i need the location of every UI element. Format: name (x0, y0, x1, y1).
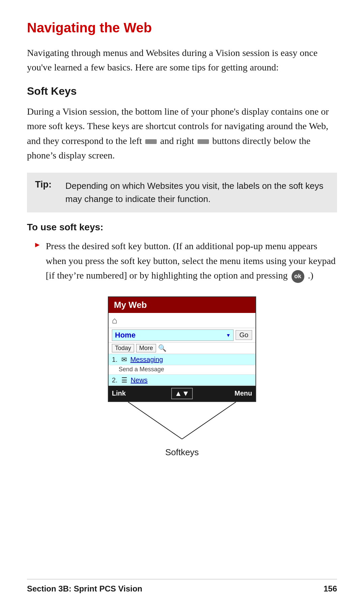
item-number-2: 2. (112, 376, 118, 384)
intro-paragraph: Navigating through menus and Websites du… (27, 46, 337, 75)
news-icon: ☰ (121, 376, 127, 384)
address-text: Home (115, 331, 224, 340)
svg-line-1 (182, 402, 236, 439)
left-softkey-icon (145, 139, 157, 144)
home-icon: ⌂ (112, 315, 117, 325)
phone-screen-illustration: My Web ⌂ Home ▼ Go Today More 🔍 1. ✉ Mes… (27, 296, 337, 458)
tip-box: Tip: Depending on which Websites you vis… (27, 173, 337, 212)
phone-address-bar: Home ▼ Go (109, 328, 255, 343)
tip-label: Tip: (35, 179, 59, 190)
phone-softkey-bar: Link ▲▼ Menu (109, 386, 255, 401)
news-label: News (131, 376, 148, 384)
list-item-messaging: 1. ✉ Messaging (109, 354, 255, 365)
messaging-label: Messaging (130, 356, 163, 363)
procedure-heading: To use soft keys: (27, 222, 337, 233)
phone-toolbar: ⌂ (109, 313, 255, 328)
go-button: Go (236, 330, 252, 340)
tip-text: Depending on which Websites you visit, t… (65, 179, 329, 206)
page-title: Navigating the Web (27, 20, 337, 35)
phone-screen: My Web ⌂ Home ▼ Go Today More 🔍 1. ✉ Mes… (108, 296, 256, 402)
item-number-1: 1. (112, 356, 118, 363)
footer-page-number: 156 (324, 584, 337, 594)
page-footer: Section 3B: Sprint PCS Vision 156 (27, 579, 337, 594)
list-item-news: 2. ☰ News (109, 375, 255, 386)
diagram-lines (108, 402, 256, 446)
phone-address-input: Home ▼ (112, 329, 234, 341)
phone-title-bar: My Web (109, 297, 255, 313)
ok-button-icon: ok (292, 270, 304, 283)
svg-line-0 (128, 402, 182, 439)
dropdown-arrow-icon: ▼ (226, 333, 231, 338)
messaging-icon: ✉ (121, 356, 127, 363)
bullet-text: Press the desired soft key button. (If a… (46, 239, 337, 283)
softkey-center-icon: ▲▼ (171, 388, 193, 399)
softkey-right: Menu (193, 389, 252, 397)
bullet-arrow-icon: ► (34, 240, 41, 249)
search-icon: 🔍 (158, 344, 166, 352)
soft-keys-body: During a Vision session, the bottom line… (27, 104, 337, 163)
soft-keys-heading: Soft Keys (27, 85, 337, 97)
send-message-subtext: Send a Message (109, 365, 255, 375)
today-button: Today (112, 344, 134, 352)
more-button: More (136, 344, 156, 352)
bullet-item: ► Press the desired soft key button. (If… (34, 239, 337, 283)
footer-section-label: Section 3B: Sprint PCS Vision (27, 584, 142, 594)
right-softkey-icon (198, 139, 209, 144)
softkey-left: Link (112, 389, 171, 397)
softkeys-caption: Softkeys (165, 447, 199, 458)
phone-nav-bar: Today More 🔍 (109, 343, 255, 354)
